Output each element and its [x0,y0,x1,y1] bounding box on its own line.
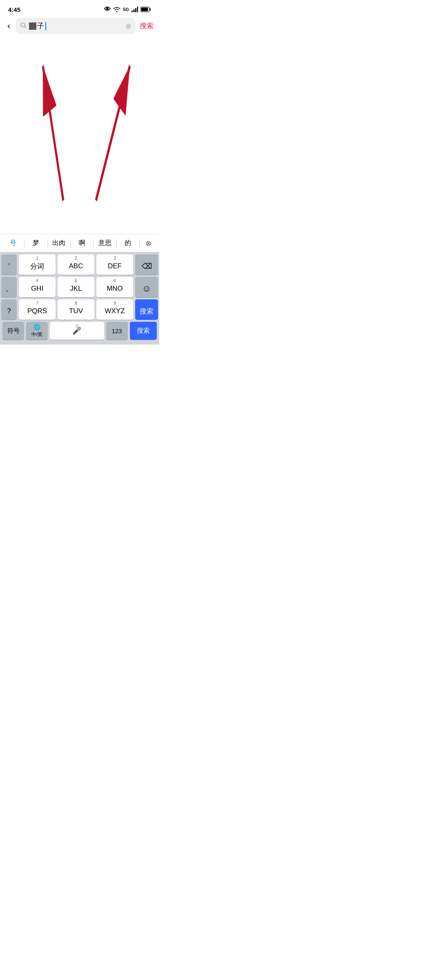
5g-icon: 5G [123,7,129,12]
pred-item-2[interactable]: 出肉 [48,236,70,251]
key-tuv[interactable]: 8 TUV [58,299,94,320]
search-enter-label: 搜索 [140,307,154,316]
pred-item-4[interactable]: 意思 [94,236,116,251]
key-row-2: 。 4 GHI 5 JKL 6 MNO ☺ [1,277,158,297]
search-go-key[interactable]: 搜索 [130,322,157,340]
svg-rect-1 [134,9,135,12]
search-go-label: 搜索 [137,327,150,335]
eye-icon: 👁 [104,6,111,13]
search-icon [20,22,27,30]
period-label: 。 [6,284,13,294]
key-label-ghi: GHI [31,285,43,293]
status-icons: 👁 5G [104,6,151,13]
key-def[interactable]: 3 DEF [96,254,133,275]
key-label-tuv: TUV [69,307,83,315]
sym-key-period[interactable]: 。 [1,277,17,297]
key-num-6: 6 [114,278,116,283]
status-bar: 4:45 👁 5G [0,0,159,16]
bottom-row: 符号 🌐 中/英 🎤 0 123 搜索 [1,322,158,343]
pred-item-3[interactable]: 啊 [71,236,93,251]
sym-key-question[interactable]: ? [1,299,17,320]
back-button[interactable]: ‹ [6,19,12,33]
key-mno[interactable]: 6 MNO [96,277,133,297]
key-num-3: 3 [114,256,116,261]
key-num-2: 2 [75,256,77,261]
key-pqrs[interactable]: 7 PQRS [19,299,56,320]
status-time: 4:45 [8,6,20,13]
emoji-key[interactable]: ☺ [135,277,158,297]
key-abc[interactable]: 2 ABC [58,254,94,275]
key-jkl[interactable]: 5 JKL [58,277,94,297]
search-row: ‹ 子 ⊗ 搜索 [0,16,159,37]
emoji-icon: ☺ [142,283,151,294]
key-wxyz[interactable]: 9 WXYZ [96,299,133,320]
lang-switch-key[interactable]: 🌐 中/英 [26,322,48,340]
key-row-1: ' 1 分词 2 ABC 3 DEF ⌫ [1,254,158,275]
symbol-label: 符号 [7,327,20,335]
key-label-abc: ABC [69,262,83,270]
key-num-8: 8 [75,301,77,305]
svg-line-10 [43,66,63,200]
search-text-zi: 子 [37,21,44,31]
question-label: ? [7,307,11,315]
key-label-jkl: JKL [70,285,82,293]
search-enter-key[interactable]: 搜索 [135,299,158,320]
search-box[interactable]: 子 ⊗ [16,18,136,34]
delete-icon: ⌫ [142,262,152,271]
signal-icon [131,7,138,12]
battery-icon [140,7,151,12]
key-num-9: 9 [114,301,116,305]
key-label-pqrs: PQRS [27,307,47,315]
key-num-7: 7 [36,301,38,305]
key-num-5: 5 [75,278,77,283]
blocked-char [29,22,36,30]
space-num-label: 0 [76,323,78,328]
key-label-mno: MNO [107,285,123,293]
svg-rect-6 [141,8,148,11]
svg-line-8 [24,27,26,28]
lang-label: 中/英 [31,331,42,338]
key-num-4: 4 [36,278,38,283]
pred-item-1[interactable]: 梦 [24,236,47,251]
keyboard-area: 号 梦 出肉 啊 意思 的 ⊗ ' 1 分词 [0,234,159,345]
pred-item-5[interactable]: 的 [117,236,139,251]
pred-item-0[interactable]: 号 [2,236,24,251]
key-fenci[interactable]: 1 分词 [19,254,56,275]
space-key[interactable]: 🎤 0 [50,322,104,340]
num-key[interactable]: 123 [106,322,128,340]
globe-icon: 🌐 [33,324,40,330]
symbol-key[interactable]: 符号 [2,322,24,340]
prediction-row: 号 梦 出肉 啊 意思 的 ⊗ [0,234,159,252]
sym-key-comma[interactable]: ' [1,254,17,275]
key-label-def: DEF [108,262,122,270]
key-label-wxyz: WXYZ [105,307,125,315]
svg-rect-0 [131,11,133,12]
svg-rect-3 [137,7,138,12]
wifi-icon [113,7,120,12]
key-rows: ' 1 分词 2 ABC 3 DEF ⌫ [0,252,159,345]
num-label: 123 [112,327,122,334]
key-row-3: ? 7 PQRS 8 TUV 9 WXYZ 搜索 [1,299,158,320]
key-num-1: 1 [36,256,38,261]
key-label-fenci: 分词 [30,262,44,271]
search-confirm-button[interactable]: 搜索 [140,21,154,31]
clear-button[interactable]: ⊗ [125,22,131,31]
svg-rect-5 [150,8,151,11]
svg-line-11 [96,66,130,200]
pred-delete-button[interactable]: ⊗ [140,239,158,248]
delete-key[interactable]: ⌫ [135,254,158,275]
search-input[interactable]: 子 [29,21,123,31]
svg-rect-2 [135,8,136,12]
comma-label: ' [8,262,9,270]
key-ghi[interactable]: 4 GHI [19,277,56,297]
text-cursor [45,22,46,30]
